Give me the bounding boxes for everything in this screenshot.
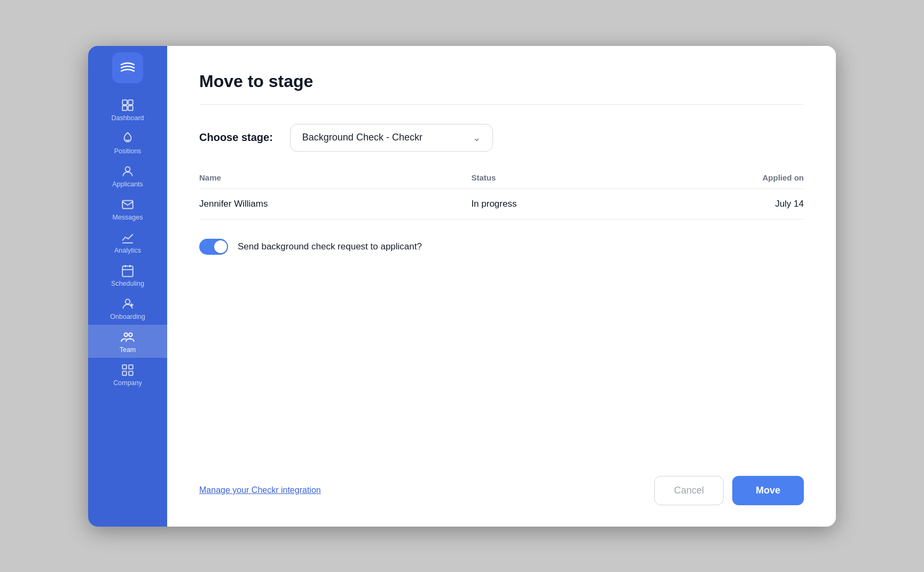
cancel-button[interactable]: Cancel — [654, 476, 724, 505]
sidebar-item-label: Company — [113, 379, 142, 387]
svg-rect-7 — [122, 266, 133, 276]
toggle-row: Send background check request to applica… — [199, 239, 804, 255]
svg-rect-2 — [122, 106, 127, 111]
svg-rect-18 — [122, 371, 127, 375]
svg-rect-17 — [129, 365, 133, 369]
sidebar-item-team[interactable]: Team — [88, 325, 167, 358]
sidebar-item-onboarding[interactable]: Onboarding — [88, 292, 167, 325]
background-check-toggle[interactable] — [199, 239, 228, 255]
sidebar-item-label: Onboarding — [110, 313, 145, 320]
stage-select-value: Background Check - Checkr — [302, 132, 422, 143]
svg-point-15 — [129, 333, 132, 336]
toggle-knob — [214, 240, 227, 253]
applicant-applied-on: July 14 — [653, 189, 804, 219]
table-row: Jennifer Williams In progress July 14 — [199, 189, 804, 219]
dialog-title: Move to stage — [199, 72, 804, 91]
svg-point-4 — [126, 167, 130, 171]
dialog-divider — [199, 104, 804, 105]
choose-stage-row: Choose stage: Background Check - Checkr … — [199, 124, 804, 152]
dialog-footer: Manage your Checkr integration Cancel Mo… — [199, 476, 804, 505]
svg-rect-1 — [128, 100, 133, 105]
dialog-area: Move to stage Choose stage: Background C… — [167, 46, 836, 527]
applicant-name: Jennifer Williams — [199, 189, 471, 219]
move-button[interactable]: Move — [732, 476, 804, 505]
applicant-status: In progress — [471, 189, 653, 219]
svg-rect-0 — [122, 100, 127, 105]
checkr-integration-link[interactable]: Manage your Checkr integration — [199, 485, 321, 495]
choose-stage-label: Choose stage: — [199, 131, 273, 144]
sidebar-item-analytics[interactable]: Analytics — [88, 225, 167, 258]
svg-rect-3 — [128, 106, 133, 111]
svg-point-14 — [124, 333, 128, 336]
sidebar-item-label: Applicants — [112, 181, 143, 188]
col-header-name: Name — [199, 173, 471, 189]
sidebar: Dashboard Positions Applicants Messages … — [88, 46, 167, 527]
sidebar-item-dashboard[interactable]: Dashboard — [88, 93, 167, 126]
col-header-status: Status — [471, 173, 653, 189]
footer-buttons: Cancel Move — [654, 476, 804, 505]
sidebar-item-label: Dashboard — [111, 114, 144, 122]
app-logo — [112, 52, 143, 83]
sidebar-item-scheduling[interactable]: Scheduling — [88, 258, 167, 292]
applicant-table: Name Status Applied on Jennifer Williams… — [199, 173, 804, 220]
toggle-track — [199, 239, 228, 255]
sidebar-item-label: Team — [120, 346, 136, 354]
sidebar-item-positions[interactable]: Positions — [88, 126, 167, 159]
main-content: Move to stage Choose stage: Background C… — [167, 46, 836, 527]
sidebar-item-label: Analytics — [114, 247, 141, 254]
col-header-applied: Applied on — [653, 173, 804, 189]
sidebar-item-applicants[interactable]: Applicants — [88, 159, 167, 192]
stage-select[interactable]: Background Check - Checkr ⌄ — [290, 124, 493, 152]
sidebar-item-label: Positions — [114, 147, 142, 155]
svg-point-11 — [126, 299, 130, 304]
chevron-down-icon: ⌄ — [473, 132, 481, 144]
sidebar-item-label: Messages — [113, 214, 143, 221]
sidebar-item-messages[interactable]: Messages — [88, 192, 167, 225]
sidebar-item-company[interactable]: Company — [88, 358, 167, 391]
svg-rect-16 — [122, 365, 127, 369]
svg-rect-19 — [129, 371, 133, 375]
toggle-label: Send background check request to applica… — [238, 241, 422, 252]
sidebar-item-label: Scheduling — [111, 280, 144, 287]
app-window: Dashboard Positions Applicants Messages … — [88, 46, 836, 527]
